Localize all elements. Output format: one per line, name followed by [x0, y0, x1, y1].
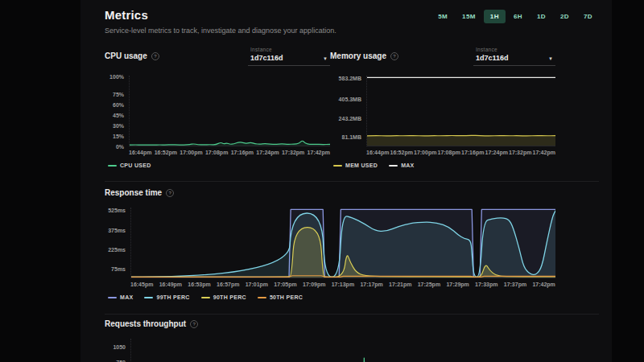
memory-y-axis: 81.1MB243.2MB405.3MB583.2MB [330, 76, 366, 146]
legend-swatch [389, 165, 398, 167]
legend-item-mem-used[interactable]: MEM USED [333, 162, 378, 168]
cpu-instance-select[interactable]: Instance 1d7c116d ▼ [248, 45, 330, 66]
instance-select-value: 1d7c116d [476, 54, 553, 62]
y-tick-label: 75ms [111, 265, 126, 271]
requests-throughput-plot-area [130, 339, 555, 362]
legend-label: CPU USED [120, 162, 151, 168]
y-tick-label: 45% [113, 112, 124, 117]
help-icon[interactable]: ? [390, 52, 398, 60]
x-tick-label: 16:53pm [188, 282, 210, 287]
x-tick-label: 16:44pm [129, 150, 151, 155]
y-tick-label: 225ms [108, 246, 126, 252]
time-range-6h[interactable]: 6H [507, 10, 529, 23]
time-range-5m[interactable]: 5M [431, 10, 454, 23]
x-tick-label: 17:09pm [303, 282, 325, 287]
time-range-7d[interactable]: 7D [577, 10, 599, 23]
y-tick-label: 750 [116, 360, 126, 362]
x-tick-label: 17:32pm [509, 150, 531, 155]
x-tick-label: 17:08pm [205, 150, 228, 155]
legend-label: 50TH PERC [270, 294, 303, 300]
memory-instance-select[interactable]: Instance 1d7c116d ▼ [473, 45, 555, 66]
y-tick-label: 243.2MB [339, 115, 361, 121]
cpu-usage-title-text: CPU usage [105, 51, 147, 60]
x-tick-label: 17:00pm [414, 150, 436, 155]
legend-swatch [333, 165, 342, 167]
memory-usage-title: Memory usage ? [330, 45, 398, 60]
time-range-1h[interactable]: 1H [484, 10, 506, 23]
x-tick-label: 17:08pm [438, 150, 460, 155]
memory-x-axis: 16:44pm16:52pm17:00pm17:08pm17:16pm17:24… [366, 146, 555, 155]
response-time-plot-area [130, 208, 555, 278]
x-tick-label: 16:57pm [217, 282, 239, 287]
memory-usage-header: Memory usage ? Instance 1d7c116d ▼ [330, 45, 555, 72]
help-icon[interactable]: ? [151, 52, 159, 60]
response-time-title: Response time ? [105, 188, 174, 197]
legend-item-90th-perc[interactable]: 90TH PERC [201, 294, 246, 300]
legend-label: 99TH PERC [156, 294, 189, 300]
x-tick-label: 16:52pm [155, 150, 177, 155]
requests-throughput-header: Requests throughput ? [105, 319, 555, 335]
x-tick-label: 17:16pm [231, 150, 254, 155]
y-tick-label: 583.2MB [339, 76, 361, 81]
top-charts-row: CPU usage ? Instance 1d7c116d ▼ 0%15%30%… [105, 45, 555, 168]
x-tick-label: 17:42pm [308, 150, 330, 155]
legend-item-50th-perc[interactable]: 50TH PERC [258, 294, 303, 300]
y-tick-label: 100% [109, 74, 124, 80]
legend-item-max[interactable]: MAX [108, 294, 133, 300]
help-icon[interactable]: ? [190, 320, 198, 328]
x-tick-label: 17:42pm [532, 282, 555, 287]
x-tick-label: 17:29pm [446, 282, 469, 287]
help-icon[interactable]: ? [166, 189, 174, 197]
memory-plot-area [366, 76, 555, 146]
legend-item-cpu-used[interactable]: CPU USED [108, 162, 151, 168]
x-tick-label: 17:24pm [485, 150, 508, 155]
series-line-throughput [131, 358, 555, 362]
page-header: Metrics Service-level metrics to track, … [105, 8, 336, 35]
y-tick-label: 60% [113, 101, 124, 107]
response-time-x-axis: 16:45pm16:49pm16:53pm16:57pm17:01pm17:05… [130, 278, 555, 287]
x-tick-label: 17:05pm [274, 282, 296, 287]
time-range-2d[interactable]: 2D [554, 10, 576, 23]
cpu-legend: CPU USED [108, 162, 330, 168]
cpu-usage-chart: CPU usage ? Instance 1d7c116d ▼ 0%15%30%… [105, 45, 330, 168]
y-tick-label: 375ms [108, 227, 126, 232]
x-tick-label: 16:49pm [159, 282, 182, 287]
time-range-selector: 5M15M1H6H1D2D7D [431, 10, 599, 23]
time-range-1d[interactable]: 1D [530, 10, 552, 23]
y-tick-label: 0% [116, 144, 124, 150]
memory-usage-chart: Memory usage ? Instance 1d7c116d ▼ 81.1M… [330, 45, 555, 168]
metrics-page: Metrics Service-level metrics to track, … [80, 0, 612, 362]
page-title: Metrics [105, 8, 336, 22]
time-range-15m[interactable]: 15M [456, 10, 482, 23]
requests-throughput-title: Requests throughput ? [105, 319, 198, 328]
legend-swatch [201, 297, 210, 298]
x-tick-label: 17:33pm [475, 282, 497, 287]
legend-swatch [108, 297, 117, 298]
x-tick-label: 17:21pm [389, 282, 411, 287]
y-tick-label: 1050 [113, 344, 126, 350]
legend-item-max[interactable]: MAX [389, 162, 414, 168]
response-time-title-text: Response time [105, 188, 162, 197]
legend-swatch [258, 297, 266, 298]
legend-label: MAX [120, 294, 133, 300]
chevron-down-icon: ▼ [548, 56, 553, 61]
legend-swatch [144, 297, 153, 298]
legend-item-99th-perc[interactable]: 99TH PERC [144, 294, 189, 300]
legend-label: 90TH PERC [213, 294, 246, 300]
legend-swatch [108, 165, 117, 167]
response-time-chart: Response time ? 75ms225ms375ms525ms 16:4… [105, 188, 555, 300]
x-tick-label: 17:25pm [418, 282, 440, 287]
x-tick-label: 17:16pm [461, 150, 484, 155]
response-time-y-axis: 75ms225ms375ms525ms [105, 208, 130, 278]
y-tick-label: 30% [113, 122, 124, 128]
x-tick-label: 17:37pm [504, 282, 526, 287]
instance-select-value: 1d7c116d [250, 54, 328, 62]
y-tick-label: 81.1MB [341, 134, 361, 140]
cpu-usage-title: CPU usage ? [105, 45, 159, 60]
x-tick-label: 17:42pm [533, 150, 555, 155]
memory-usage-title-text: Memory usage [330, 51, 386, 60]
requests-throughput-y-axis: 7501050 [105, 339, 130, 362]
instance-select-label: Instance [250, 47, 328, 52]
x-tick-label: 17:01pm [246, 282, 268, 287]
instance-select-label: Instance [476, 47, 553, 52]
